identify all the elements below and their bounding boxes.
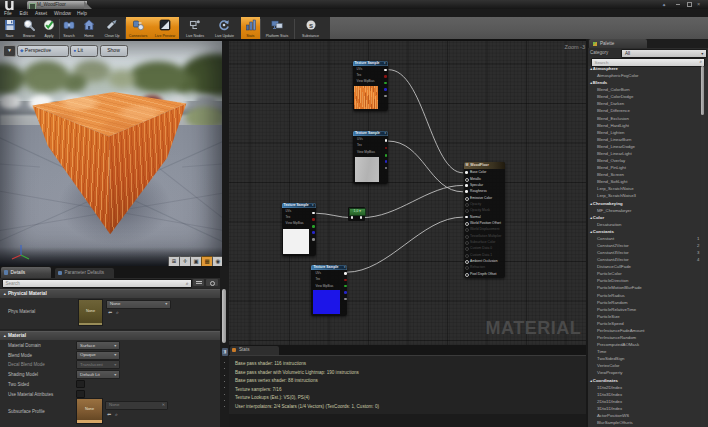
svg-text:s: s	[308, 21, 312, 30]
